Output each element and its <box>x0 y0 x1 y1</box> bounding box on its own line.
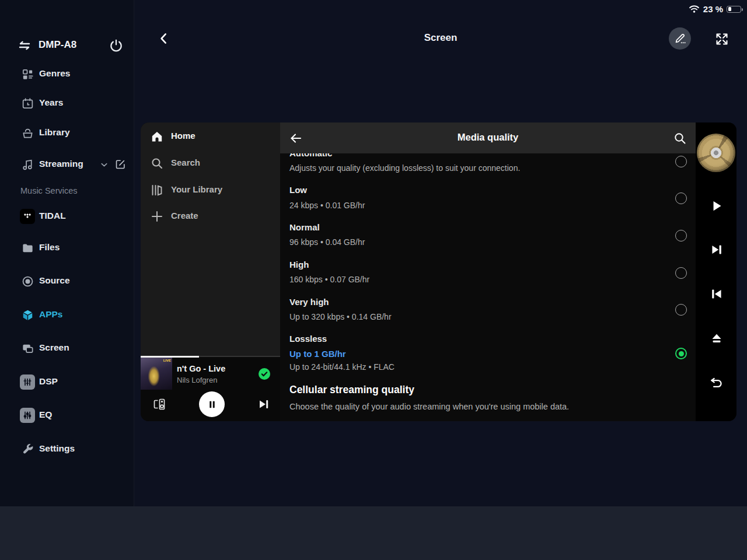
sidebar-item-label: TIDAL <box>39 211 66 221</box>
prev-track-icon[interactable] <box>709 286 724 302</box>
radio-low[interactable] <box>675 192 687 204</box>
eq-sliders-icon <box>20 408 35 423</box>
spotify-nav-search[interactable]: Search <box>141 151 280 176</box>
mini-player[interactable]: LIVE n't Go - Live Nils Lofgren <box>141 356 280 421</box>
spotify-nav-label: Create <box>171 211 198 220</box>
play-icon[interactable] <box>709 198 724 214</box>
app-window: 22:50 ons. 8. okt. 23 % DMP-A8 Genres <box>0 0 747 560</box>
option-name: Normal <box>289 222 320 232</box>
media-quality-title: Media quality <box>280 132 696 143</box>
sidebar-item-label: DSP <box>39 376 58 387</box>
check-circle-icon <box>257 367 271 381</box>
wrench-icon <box>20 442 35 457</box>
search-icon[interactable] <box>673 131 687 145</box>
sidebar-item-label: EQ <box>39 410 52 420</box>
sidebar-item-tidal[interactable]: TIDAL <box>0 206 134 226</box>
option-desc: Adjusts your quality (excluding lossless… <box>289 163 520 173</box>
wifi-icon <box>689 5 700 13</box>
sidebar-item-label: Years <box>39 97 63 108</box>
chevron-down-icon[interactable] <box>99 160 109 170</box>
library-icon <box>150 183 164 197</box>
source-dot-icon <box>20 274 35 289</box>
eject-icon[interactable] <box>709 331 724 346</box>
sidebar-item-label: Streaming <box>39 159 83 169</box>
track-artist: Nils Lofgren <box>177 376 217 384</box>
radio-automatic[interactable] <box>675 156 687 167</box>
transfer-icon <box>18 38 32 52</box>
sidebar-item-settings[interactable]: Settings <box>0 439 134 459</box>
bag-icon <box>20 125 35 141</box>
sidebar-item-files[interactable]: Files <box>0 238 134 258</box>
option-desc: 24 kbps • 0.01 GB/hr <box>289 201 365 210</box>
battery-icon <box>727 6 741 13</box>
option-link[interactable]: Up to 1 GB/hr <box>289 349 346 359</box>
screens-icon <box>20 341 35 356</box>
sidebar-item-label: Screen <box>39 342 69 353</box>
status-indicators: 23 % <box>689 4 741 14</box>
music-note-icon <box>20 157 35 172</box>
radio-lossless-selected[interactable] <box>675 348 687 359</box>
section-desc: Choose the quality of your audio streami… <box>289 402 569 411</box>
pause-icon[interactable] <box>199 391 225 417</box>
sidebar-item-screen[interactable]: Screen <box>0 338 134 358</box>
side-control-strip <box>696 123 736 421</box>
spotify-nav-label: Search <box>171 158 200 167</box>
album-art: LIVE <box>141 358 172 390</box>
disc-art[interactable] <box>697 134 735 172</box>
player-bar: 0:00 0:00 dB − + <box>0 506 747 560</box>
home-icon <box>150 130 164 144</box>
section-title: Cellular streaming quality <box>289 384 414 396</box>
sidebar-item-dsp[interactable]: DSP <box>0 372 134 392</box>
page-header: Screen <box>134 21 747 56</box>
edit-list-icon[interactable] <box>115 159 126 170</box>
battery-percent: 23 % <box>703 4 723 14</box>
radio-very-high[interactable] <box>675 304 687 316</box>
option-name: High <box>289 260 309 270</box>
sidebar-item-label: Genres <box>39 68 70 79</box>
sidebar-item-genres[interactable]: Genres <box>0 64 134 84</box>
radio-high[interactable] <box>675 267 687 279</box>
tidal-icon <box>20 209 35 224</box>
fullscreen-icon[interactable] <box>715 32 729 46</box>
folder-icon <box>20 240 35 256</box>
radio-normal[interactable] <box>675 230 687 242</box>
dsp-sliders-icon <box>20 374 35 390</box>
cube-icon <box>20 307 35 323</box>
sidebar-item-label: Files <box>39 242 60 253</box>
sidebar-item-source[interactable]: Source <box>0 271 134 291</box>
edit-pencil-icon[interactable] <box>669 27 691 50</box>
option-name: Lossless <box>289 334 327 344</box>
sidebar-item-label: Library <box>39 127 70 138</box>
spotify-sidebar: Home Search Your Library Create <box>141 123 280 356</box>
power-icon[interactable] <box>109 38 124 53</box>
calendar-icon <box>20 96 35 111</box>
next-track-icon[interactable] <box>709 242 724 257</box>
sidebar-item-streaming[interactable]: Streaming <box>0 155 134 174</box>
sidebar-item-label: APPs <box>39 309 63 320</box>
next-track-icon[interactable] <box>257 397 271 411</box>
track-title: n't Go - Live <box>177 364 225 373</box>
spotify-nav-your-library[interactable]: Your Library <box>141 178 280 202</box>
spotify-nav-label: Home <box>171 131 196 141</box>
page-title: Screen <box>134 32 747 44</box>
sidebar-item-library[interactable]: Library <box>0 123 134 143</box>
sidebar-item-eq[interactable]: EQ <box>0 405 134 425</box>
option-desc: 160 kbps • 0.07 GB/hr <box>289 275 369 284</box>
return-icon[interactable] <box>709 376 724 391</box>
remote-screen-view[interactable]: Home Search Your Library Create <box>141 123 736 421</box>
sidebar-item-label: Source <box>39 275 70 286</box>
spotify-nav-create[interactable]: Create <box>141 204 280 229</box>
media-quality-header: Media quality <box>280 123 696 153</box>
spotify-nav-home[interactable]: Home <box>141 124 280 149</box>
device-row[interactable]: DMP-A8 <box>0 33 134 58</box>
sidebar-item-apps[interactable]: APPs <box>0 305 134 325</box>
sidebar-item-years[interactable]: Years <box>0 93 134 113</box>
option-desc: 96 kbps • 0.04 GB/hr <box>289 237 365 247</box>
device-name: DMP-A8 <box>39 39 76 51</box>
section-label-music-services: Music Services <box>20 186 78 195</box>
sidebar-item-label: Settings <box>39 443 75 454</box>
option-name: Low <box>289 185 307 195</box>
devices-icon[interactable] <box>152 397 166 411</box>
option-desc: Up to 320 kbps • 0.14 GB/hr <box>289 312 392 321</box>
search-icon <box>150 156 164 170</box>
